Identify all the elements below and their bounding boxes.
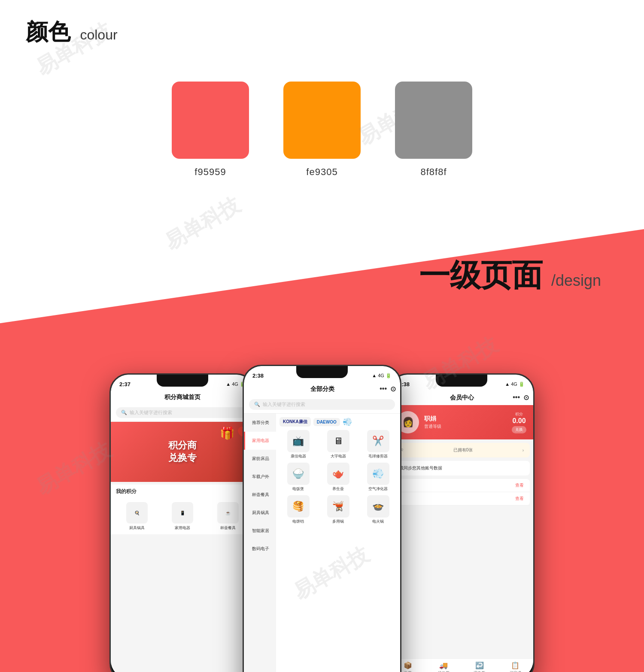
rp-more-icon[interactable]: ••• <box>513 394 520 402</box>
rp-exchange-btn[interactable]: 兑换 <box>512 426 526 433</box>
rp-nav-icon-done: 📋 <box>511 661 519 669</box>
cp-body: 推荐分类 家用电器 家纺床品 车载户外 杯壶餐具 厨具锅具 智能家居 数码电子 … <box>244 414 400 672</box>
cp-search-placeholder: 输入关键字进行搜索 <box>263 401 305 408</box>
cp-header-icons[interactable]: ••• ⊙ <box>380 385 396 393</box>
rp-order-action-2[interactable]: 查看 <box>515 496 524 502</box>
cp-sidebar[interactable]: 推荐分类 家用电器 家纺床品 车载户外 杯壶餐具 厨具锅具 智能家居 数码电子 <box>244 414 276 672</box>
lp-categories[interactable]: 🍳 厨具锅具 📱 家用电器 ☕ 杯壶餐具 <box>111 499 254 534</box>
cp-product-item-1[interactable]: 📺 康佳电器 <box>279 430 317 459</box>
lp-header-title: 积分商城首页 <box>164 394 200 400</box>
cp-sidebar-item-6[interactable]: 智能家居 <box>244 522 276 540</box>
rp-card-owned: 已拥有0张 <box>453 447 473 453</box>
cp-target-icon[interactable]: ⊙ <box>390 385 396 393</box>
cp-sidebar-item-4[interactable]: 杯壶餐具 <box>244 486 276 504</box>
rp-order-section: 查看 查看 <box>393 479 530 506</box>
cp-product-item-9[interactable]: 🍲 电火锅 <box>359 495 397 524</box>
cp-sidebar-item-7[interactable]: 数码电子 <box>244 540 276 558</box>
cp-sidebar-item-1[interactable]: 家用电器 <box>244 432 276 450</box>
rp-username: 职娟 <box>424 415 507 423</box>
right-phone-screen: 2:38 ▲ 4G 🔋 会员中心 ••• ⊙ 👩 职娟 普通等级 <box>390 375 533 672</box>
cp-sidebar-item-2[interactable]: 家纺床品 <box>244 450 276 468</box>
rp-card-arrow: › <box>522 448 524 453</box>
cp-product-item-5[interactable]: 🫖 养生壶 <box>319 463 357 492</box>
lp-banner-text: 积分商 兑换专 <box>168 439 197 464</box>
cp-product-item-7[interactable]: 🥞 电饼铛 <box>279 495 317 524</box>
swatch-box-1 <box>172 82 249 159</box>
rp-points-value: 0.00 <box>512 417 526 425</box>
cp-header: 全部分类 ••• ⊙ <box>244 382 400 397</box>
rp-order-action-1[interactable]: 查看 <box>515 482 524 488</box>
cp-brand-konka[interactable]: KONKA康佳 <box>279 417 311 427</box>
cp-product-name-5: 养生壶 <box>332 486 344 492</box>
lp-my-points: 我的积分 <box>111 484 254 499</box>
rp-nav-item-4[interactable]: 📋 已完成 <box>498 661 534 672</box>
cp-product-item-6[interactable]: 💨 空气净化器 <box>359 463 397 492</box>
rp-nav-item-3[interactable]: ↩️ 退换货 <box>462 661 498 672</box>
rhe-badge: RHE 88 <box>9 664 68 672</box>
cp-sidebar-item-0[interactable]: 推荐分类 <box>244 414 276 432</box>
rp-bottom-nav[interactable]: 📦 发货 🚚 待收货 ↩️ 退换货 📋 已完成 <box>390 658 533 672</box>
lp-cat-item-1[interactable]: 🍳 厨具锅具 <box>116 502 158 531</box>
phones-container: 2:37 ▲ 4G 🔋 积分商城首页 🔍 输入关键字进行搜索 <box>0 313 644 672</box>
cp-product-img-2: 🖥 <box>327 430 349 452</box>
cp-product-name-2: 大宇电器 <box>331 454 346 459</box>
center-phone: 2:38 ▲ 4G 🔋 全部分类 ••• ⊙ 🔍 输入关键字进行搜索 <box>243 365 401 672</box>
cp-product-img-8: 🫕 <box>327 495 349 518</box>
rp-nav-item-2[interactable]: 🚚 待收货 <box>426 661 462 672</box>
swatch-label-1: f95959 <box>194 166 226 178</box>
lp-search-box[interactable]: 🔍 输入关键字进行搜索 <box>116 407 249 418</box>
swatch-2: fe9305 <box>283 82 361 178</box>
lp-cat-icon-2: 📱 <box>172 502 193 524</box>
cp-sidebar-item-5[interactable]: 厨具锅具 <box>244 504 276 522</box>
center-phone-time: 2:38 <box>252 372 264 379</box>
rp-profile-section: 👩 职娟 普通等级 积分 0.00 兑换 <box>390 405 533 439</box>
cp-product-img-9: 🍲 <box>367 495 389 518</box>
lp-banner: 积分商 兑换专 🎁🎈 <box>111 422 254 482</box>
lp-cat-label-2: 家用电器 <box>175 525 190 531</box>
cp-product-img-5: 🫖 <box>327 463 349 485</box>
lp-search[interactable]: 🔍 输入关键字进行搜索 <box>111 405 254 422</box>
cp-product-name-9: 电火锅 <box>372 519 384 524</box>
rp-points-label: 积分 <box>512 412 526 417</box>
cp-product-name-8: 多用锅 <box>332 519 344 524</box>
cp-product-item-4[interactable]: 🍚 电饭煲 <box>279 463 317 492</box>
cp-product-img-4: 🍚 <box>287 463 310 485</box>
rp-nav-icon-receive: 🚚 <box>439 661 448 669</box>
rp-target-icon[interactable]: ⊙ <box>523 394 529 402</box>
cp-brand-daewoo[interactable]: DAEWOO <box>313 418 340 426</box>
colour-title-en: colour <box>80 27 117 42</box>
cp-sidebar-item-3[interactable]: 车载户外 <box>244 468 276 486</box>
cp-search[interactable]: 🔍 输入关键字进行搜索 <box>244 397 400 414</box>
left-phone-content: 积分商城首页 🔍 输入关键字进行搜索 积分商 兑换专 🎁🎈 <box>111 391 254 672</box>
cp-header-title: 全部分类 <box>265 385 380 393</box>
cp-product-item-8[interactable]: 🫕 多用锅 <box>319 495 357 524</box>
center-phone-notch <box>296 366 348 378</box>
rp-header-icons[interactable]: ••• ⊙ <box>513 394 529 402</box>
cp-more-icon[interactable]: ••• <box>380 385 387 393</box>
cp-search-box[interactable]: 🔍 输入关键字进行搜索 <box>249 399 395 410</box>
rp-nav-label-3: 退换货 <box>474 670 485 672</box>
cp-search-icon: 🔍 <box>254 402 260 407</box>
lp-cat-icon-3: ☕ <box>217 502 239 524</box>
colour-section-title: 颜色 colour <box>26 17 618 47</box>
cp-main: KONKA康佳 DAEWOO 💨 📺 康佳电器 🖥 <box>276 414 400 672</box>
rp-header: 会员中心 ••• ⊙ <box>390 391 533 405</box>
swatch-3: 8f8f8f <box>395 82 472 178</box>
lp-cat-label-1: 厨具锅具 <box>129 525 145 531</box>
cp-brand-fan: 💨 <box>343 417 352 427</box>
center-phone-screen: 2:38 ▲ 4G 🔋 全部分类 ••• ⊙ 🔍 输入关键字进行搜索 <box>244 366 400 672</box>
rp-level: 普通等级 <box>424 424 507 430</box>
swatch-1: f95959 <box>172 82 249 178</box>
cp-product-name-7: 电饼铛 <box>292 519 304 524</box>
rp-order-row-1[interactable]: 查看 <box>393 479 530 492</box>
cp-product-item-3[interactable]: ✂️ 毛球修剪器 <box>359 430 397 459</box>
rp-points-box: 积分 0.00 兑换 <box>512 412 526 433</box>
cp-product-name-4: 电饭煲 <box>292 486 304 492</box>
rp-nav-label-1: 发货 <box>404 670 412 672</box>
design-section-title: 一级页面 /design <box>419 258 601 292</box>
cp-product-name-6: 空气净化器 <box>368 486 388 492</box>
right-phone: 2:38 ▲ 4G 🔋 会员中心 ••• ⊙ 👩 职娟 普通等级 <box>389 373 535 672</box>
rp-order-row-2[interactable]: 查看 <box>393 492 530 506</box>
lp-cat-item-2[interactable]: 📱 家用电器 <box>161 502 204 531</box>
cp-product-item-2[interactable]: 🖥 大宇电器 <box>319 430 357 459</box>
